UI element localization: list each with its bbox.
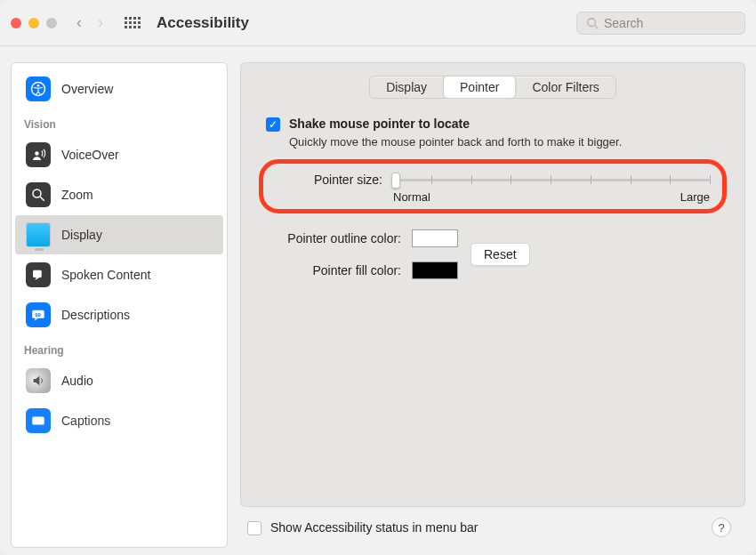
slider-min-label: Normal [393, 190, 430, 204]
display-icon [26, 222, 51, 247]
accessibility-icon [26, 76, 51, 101]
reset-button[interactable]: Reset [470, 243, 530, 266]
window-controls [11, 18, 57, 28]
tab-display[interactable]: Display [370, 76, 444, 98]
svg-rect-10 [32, 417, 44, 425]
tab-pointer[interactable]: Pointer [444, 76, 516, 98]
slider-thumb[interactable] [391, 173, 400, 189]
sidebar-item-label: Zoom [61, 188, 93, 202]
sidebar-item-voiceover[interactable]: VoiceOver [15, 135, 223, 174]
captions-icon [26, 408, 51, 433]
pointer-size-slider[interactable] [391, 171, 710, 189]
outline-color-label: Pointer outline color: [259, 231, 401, 245]
sidebar-item-overview[interactable]: Overview [15, 69, 223, 109]
zoom-icon [26, 182, 51, 207]
sidebar-section-hearing: Hearing [12, 335, 227, 360]
spoken-content-icon [26, 262, 51, 287]
fill-color-swatch[interactable] [412, 261, 458, 279]
sidebar-item-label: Display [61, 228, 102, 242]
preferences-window: ‹ › Accessibility Search Overview Vision [0, 0, 756, 555]
svg-line-1 [595, 25, 599, 28]
descriptions-icon: 99 [26, 302, 51, 327]
show-status-menubar-label: Show Accessibility status in menu bar [270, 520, 478, 535]
settings-panel: Display Pointer Color Filters ✓ Shake mo… [240, 62, 745, 507]
pointer-size-highlight: Pointer size: [259, 159, 727, 213]
footer: Show Accessibility status in menu bar ? [240, 507, 745, 548]
page-title: Accessibility [157, 14, 249, 32]
nav-arrows: ‹ › [76, 13, 103, 32]
slider-max-label: Large [680, 190, 710, 204]
tab-color-filters[interactable]: Color Filters [516, 76, 615, 98]
sidebar-item-label: Captions [61, 414, 110, 428]
sidebar: Overview Vision VoiceOver Zoom Display [11, 62, 228, 548]
sidebar-item-label: Audio [61, 374, 93, 388]
sidebar-item-captions[interactable]: Captions [15, 401, 223, 440]
titlebar: ‹ › Accessibility Search [0, 0, 756, 46]
voiceover-icon [26, 142, 51, 167]
pointer-size-label: Pointer size: [276, 173, 382, 187]
audio-icon [26, 368, 51, 393]
sidebar-item-spoken-content[interactable]: Spoken Content [15, 255, 223, 294]
forward-button[interactable]: › [98, 13, 103, 32]
sidebar-item-label: Descriptions [61, 308, 130, 322]
sidebar-item-audio[interactable]: Audio [15, 361, 223, 400]
svg-point-5 [33, 189, 41, 197]
fill-color-label: Pointer fill color: [259, 263, 401, 278]
sidebar-item-label: Spoken Content [61, 268, 150, 282]
search-icon [586, 17, 599, 29]
tab-segmented-control: Display Pointer Color Filters [369, 76, 616, 99]
sidebar-item-label: Overview [61, 82, 113, 96]
sidebar-item-descriptions[interactable]: 99 Descriptions [15, 295, 223, 334]
svg-point-3 [37, 84, 40, 87]
shake-to-locate-label: Shake mouse pointer to locate [289, 117, 470, 131]
minimize-window-button[interactable] [28, 18, 39, 28]
shake-to-locate-helper: Quickly move the mouse pointer back and … [289, 135, 645, 149]
sidebar-item-display[interactable]: Display [15, 215, 223, 254]
svg-point-4 [35, 151, 39, 156]
sidebar-section-vision: Vision [12, 109, 227, 134]
svg-text:99: 99 [35, 312, 41, 318]
help-button[interactable]: ? [712, 518, 731, 537]
shake-to-locate-checkbox[interactable]: ✓ [266, 117, 280, 132]
sidebar-item-label: VoiceOver [61, 148, 119, 162]
search-field[interactable]: Search [576, 12, 745, 35]
sidebar-item-zoom[interactable]: Zoom [15, 175, 223, 214]
search-placeholder: Search [604, 16, 643, 30]
outline-color-swatch[interactable] [412, 229, 458, 247]
zoom-window-button[interactable] [46, 18, 57, 28]
show-all-icon[interactable] [125, 17, 141, 28]
svg-point-0 [588, 18, 596, 26]
close-window-button[interactable] [11, 18, 21, 28]
svg-line-6 [40, 197, 44, 201]
svg-rect-7 [33, 270, 42, 278]
back-button[interactable]: ‹ [76, 13, 82, 32]
show-status-menubar-checkbox[interactable] [247, 521, 261, 535]
